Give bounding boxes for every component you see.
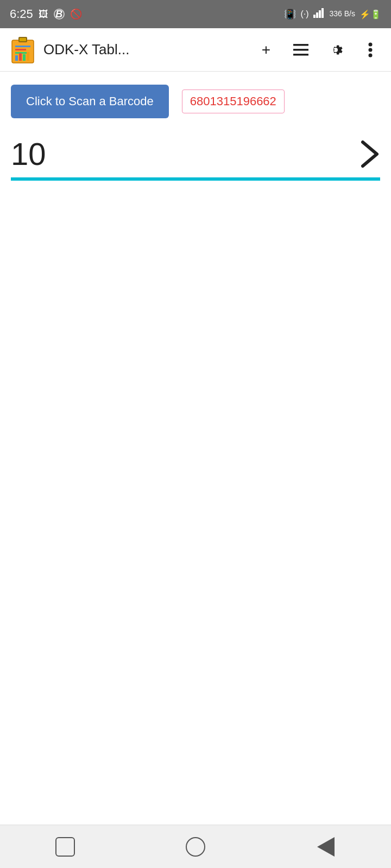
status-right: 📳 (·) 336 B/s ⚡🔋 <box>284 8 381 21</box>
b-icon: B <box>54 9 65 20</box>
chevron-button[interactable] <box>361 140 380 168</box>
square-icon <box>55 837 75 857</box>
svg-rect-7 <box>15 46 30 47</box>
app-logo <box>9 36 37 64</box>
vibrate-icon: 📳 <box>284 8 296 20</box>
nav-back-button[interactable] <box>304 831 348 863</box>
network-speed: 336 B/s <box>330 10 355 18</box>
photo-icon: 🖼 <box>39 9 48 20</box>
wifi-icon: (·) <box>300 9 308 19</box>
back-icon <box>317 837 335 857</box>
app-bar-actions: + <box>254 38 382 62</box>
nav-square-button[interactable] <box>43 831 87 863</box>
svg-rect-6 <box>20 38 26 41</box>
svg-rect-0 <box>313 15 316 18</box>
no-icon: 🚫 <box>70 8 82 20</box>
barcode-value: 6801315196662 <box>182 90 285 113</box>
signal-icon <box>313 8 325 21</box>
svg-point-17 <box>369 42 373 46</box>
nav-home-button[interactable] <box>174 831 217 863</box>
barcode-row: Click to Scan a Barcode 6801315196662 <box>11 85 380 118</box>
scan-barcode-button[interactable]: Click to Scan a Barcode <box>11 85 169 118</box>
svg-rect-12 <box>23 54 26 61</box>
status-left: 6:25 🖼 B 🚫 <box>10 7 82 21</box>
result-row: 10 <box>11 127 380 177</box>
battery-icon: ⚡🔋 <box>360 9 381 20</box>
svg-rect-15 <box>293 49 308 51</box>
settings-button[interactable] <box>324 38 348 62</box>
empty-space <box>0 503 391 825</box>
result-number: 10 <box>11 136 46 172</box>
svg-point-18 <box>369 48 373 52</box>
svg-point-19 <box>369 53 373 57</box>
status-time: 6:25 <box>10 7 33 21</box>
menu-button[interactable] <box>289 38 313 62</box>
svg-rect-8 <box>15 49 26 50</box>
svg-rect-11 <box>19 53 22 61</box>
svg-rect-13 <box>27 52 29 61</box>
app-title: ODK-X Tabl... <box>43 41 248 58</box>
status-bar: 6:25 🖼 B 🚫 📳 (·) 336 B/s ⚡🔋 <box>0 0 391 28</box>
svg-rect-3 <box>321 8 324 18</box>
circle-icon <box>186 837 205 857</box>
main-content: Click to Scan a Barcode 6801315196662 10 <box>0 72 391 503</box>
bottom-nav <box>0 825 391 868</box>
add-button[interactable]: + <box>254 38 278 62</box>
cyan-divider <box>11 177 380 181</box>
svg-rect-14 <box>293 44 308 46</box>
more-button[interactable] <box>358 38 382 62</box>
svg-rect-2 <box>319 10 321 18</box>
svg-rect-16 <box>293 54 308 56</box>
svg-rect-1 <box>316 12 318 18</box>
svg-rect-10 <box>15 55 18 61</box>
app-bar: ODK-X Tabl... + <box>0 28 391 72</box>
